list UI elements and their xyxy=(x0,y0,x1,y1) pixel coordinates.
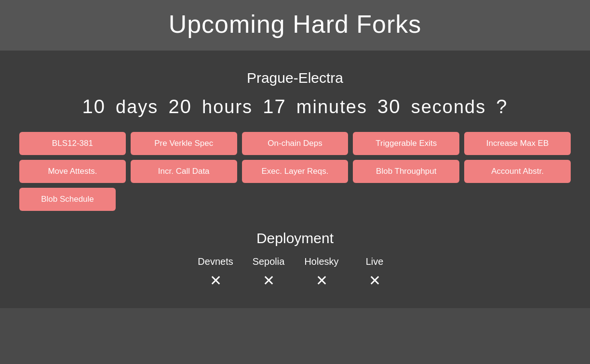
main-content: Prague-Electra 10 days 20 hours 17 minut… xyxy=(0,51,590,308)
eips-row-3: Blob Schedule xyxy=(19,188,571,211)
deployment-table: Devnets✕Sepolia✕Holesky✕Live✕ xyxy=(19,256,571,289)
deployment-status-live: ✕ xyxy=(369,272,381,289)
minutes-value: 17 xyxy=(263,96,286,117)
seconds-label: seconds xyxy=(411,97,486,117)
hours-label: hours xyxy=(202,97,253,117)
deployment-column-live: Live✕ xyxy=(348,256,401,289)
page-title: Upcoming Hard Forks xyxy=(0,10,590,39)
eip-button-eip-pre-verkle-spec[interactable]: Pre Verkle Spec xyxy=(131,132,237,155)
days-value: 10 xyxy=(82,96,106,117)
deployment-status-devnets: ✕ xyxy=(210,272,222,289)
eips-row-1: BLS12-381Pre Verkle SpecOn-chain DepsTri… xyxy=(19,132,571,155)
deployment-header-devnets: Devnets xyxy=(198,256,233,267)
seconds-value: 30 xyxy=(377,96,401,117)
deployment-status-holesky: ✕ xyxy=(316,272,328,289)
page-header: Upcoming Hard Forks xyxy=(0,0,590,51)
eips-row-2: Move Attests.Incr. Call DataExec. Layer … xyxy=(19,160,571,183)
deployment-header-live: Live xyxy=(366,256,384,267)
eips-grid: BLS12-381Pre Verkle SpecOn-chain DepsTri… xyxy=(19,132,571,211)
eip-button-eip-incr-call-data[interactable]: Incr. Call Data xyxy=(131,160,237,183)
hours-value: 20 xyxy=(168,96,192,117)
deployment-status-sepolia: ✕ xyxy=(263,272,275,289)
eip-button-eip-triggerable-exits[interactable]: Triggerable Exits xyxy=(353,132,459,155)
eip-button-eip-account-abstr[interactable]: Account Abstr. xyxy=(464,160,571,183)
deployment-title: Deployment xyxy=(19,230,571,247)
eip-button-eip-bls12-381[interactable]: BLS12-381 xyxy=(19,132,126,155)
eip-button-eip-blob-throughput[interactable]: Blob Throughput xyxy=(353,160,459,183)
fork-title: Prague-Electra xyxy=(19,65,571,86)
eip-button-eip-exec-layer-reqs[interactable]: Exec. Layer Reqs. xyxy=(242,160,349,183)
deployment-column-devnets: Devnets✕ xyxy=(189,256,242,289)
eip-button-eip-move-attests[interactable]: Move Attests. xyxy=(19,160,126,183)
deployment-section: Deployment Devnets✕Sepolia✕Holesky✕Live✕ xyxy=(19,230,571,289)
eip-button-eip-on-chain-deps[interactable]: On-chain Deps xyxy=(242,132,349,155)
deployment-header-sepolia: Sepolia xyxy=(253,256,285,267)
countdown-timer: 10 days 20 hours 17 minutes 30 seconds ? xyxy=(19,96,571,117)
eip-button-eip-blob-schedule[interactable]: Blob Schedule xyxy=(19,188,116,211)
deployment-header-holesky: Holesky xyxy=(304,256,338,267)
minutes-label: minutes xyxy=(296,97,367,117)
eip-button-eip-increase-max-eb[interactable]: Increase Max EB xyxy=(464,132,571,155)
countdown-question: ? xyxy=(496,96,508,117)
deployment-column-holesky: Holesky✕ xyxy=(295,256,348,289)
deployment-column-sepolia: Sepolia✕ xyxy=(242,256,295,289)
days-label: days xyxy=(116,97,158,117)
